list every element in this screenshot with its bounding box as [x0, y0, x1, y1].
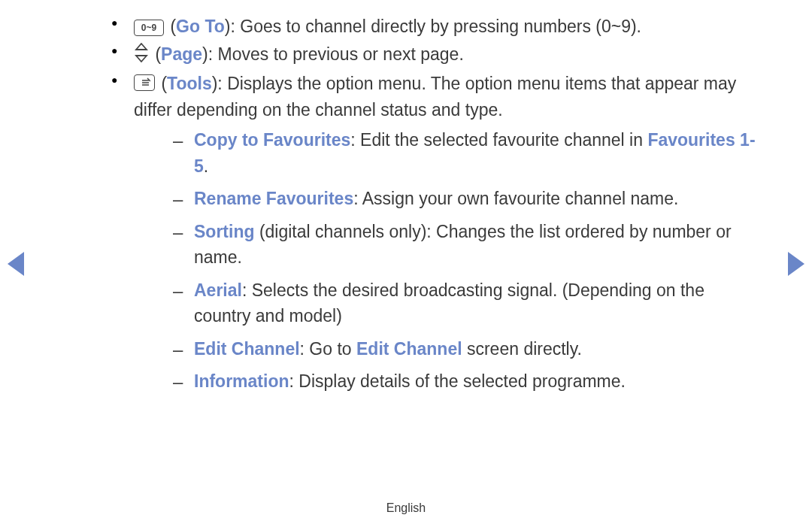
- sub-list-item: Information: Display details of the sele…: [170, 368, 759, 395]
- item-description: : Moves to previous or next page.: [208, 44, 464, 64]
- sub-list-item: Aerial: Selects the desired broadcasting…: [170, 277, 759, 329]
- nav-prev-arrow[interactable]: [8, 252, 24, 276]
- list-item: (Tools): Displays the option menu. The o…: [98, 71, 759, 395]
- num-keys-icon: 0~9: [134, 20, 164, 36]
- page-updown-icon: [134, 43, 149, 70]
- item-title: Go To: [176, 17, 225, 36]
- manual-content: 0~9 (Go To): Goes to channel directly by…: [98, 14, 759, 401]
- sub-list-item: Edit Channel: Go to Edit Channel screen …: [170, 336, 759, 362]
- inline-link-text: Edit Channel: [356, 339, 462, 359]
- footer-language: English: [0, 501, 812, 515]
- sub-list-item: Copy to Favourites: Edit the selected fa…: [170, 127, 759, 179]
- tools-icon: [134, 74, 155, 91]
- sub-item-title: Edit Channel: [194, 339, 300, 359]
- sub-item-title: Information: [194, 371, 289, 391]
- sub-list-item: Sorting (digital channels only): Changes…: [170, 219, 759, 271]
- sub-item-title: Rename Favourites: [194, 189, 353, 208]
- sub-list-item: Rename Favourites: Assign your own favou…: [170, 186, 759, 212]
- sub-item-title: Copy to Favourites: [194, 130, 350, 150]
- item-description: : Goes to channel directly by pressing n…: [230, 17, 641, 36]
- item-title: Tools: [167, 74, 212, 93]
- nav-next-arrow[interactable]: [788, 252, 804, 276]
- item-description: : Displays the option menu. The option m…: [134, 74, 736, 120]
- sub-item-title: Aerial: [194, 280, 242, 300]
- item-title: Page: [161, 44, 202, 64]
- list-item: 0~9 (Go To): Goes to channel directly by…: [98, 14, 759, 40]
- sub-item-title: Sorting: [194, 222, 255, 241]
- list-item: (Page): Moves to previous or next page.: [98, 41, 759, 70]
